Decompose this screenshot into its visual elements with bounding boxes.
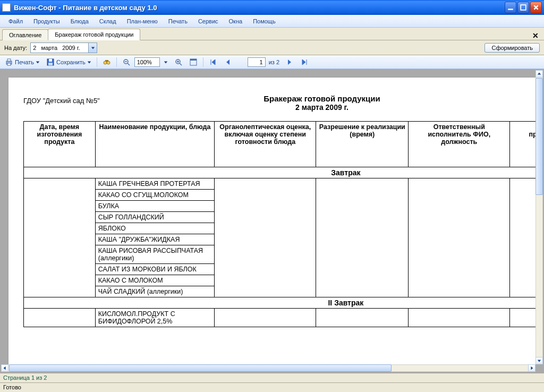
find-button[interactable] (100, 56, 114, 68)
tab-bar: Оглавление Бракераж готовой продукции ✕ (0, 28, 544, 40)
generate-button[interactable]: Сформировать (484, 43, 540, 53)
svg-line-15 (180, 63, 182, 65)
print-button[interactable]: Печать (2, 56, 42, 68)
window-titlebar: Вижен-Софт - Питание в детском саду 1.0 (0, 0, 544, 15)
date-dropdown-icon[interactable] (88, 43, 97, 53)
maximize-button[interactable] (517, 2, 529, 13)
menu-warehouse[interactable]: Склад (94, 16, 122, 26)
first-icon (209, 58, 217, 66)
menu-service[interactable]: Сервис (193, 16, 224, 26)
tab-brakerage[interactable]: Бракераж готовой продукции (48, 29, 140, 40)
zoom-in-button[interactable] (172, 56, 185, 68)
svg-line-12 (128, 63, 130, 65)
tab-toc[interactable]: Оглавление (2, 29, 48, 40)
page-of-label: из 2 (267, 59, 282, 65)
save-button[interactable]: Сохранить (44, 56, 94, 68)
window-title: Вижен-Софт - Питание в детском саду 1.0 (14, 4, 505, 12)
page-input[interactable] (248, 57, 266, 67)
binoculars-icon (103, 58, 111, 66)
fullscreen-button[interactable] (186, 56, 200, 68)
menu-planmenu[interactable]: План-меню (122, 16, 163, 26)
date-label: На дату: (4, 45, 27, 51)
floppy-icon (46, 58, 55, 66)
date-input[interactable] (31, 45, 88, 51)
zoom-out-icon (122, 58, 131, 66)
zoom-dropdown[interactable] (161, 58, 171, 66)
date-row: На дату: Сформировать (0, 40, 544, 55)
report-toolbar: Печать Сохранить из 2 (0, 55, 544, 69)
first-page-button[interactable] (206, 56, 220, 68)
last-icon (300, 58, 309, 66)
tabs-close-icon[interactable]: ✕ (529, 31, 542, 40)
svg-rect-7 (48, 63, 53, 65)
zoom-out-button[interactable] (120, 56, 133, 68)
menu-dishes[interactable]: Блюда (65, 16, 94, 26)
svg-rect-3 (7, 59, 11, 61)
svg-rect-1 (521, 5, 526, 10)
menu-windows[interactable]: Окна (224, 16, 248, 26)
svg-rect-6 (49, 59, 52, 62)
next-page-button[interactable] (283, 56, 296, 68)
menu-file[interactable]: Файл (3, 16, 28, 26)
printer-icon (5, 58, 13, 66)
prev-icon (224, 58, 232, 66)
svg-rect-10 (105, 60, 108, 62)
menu-bar: Файл Продукты Блюда Склад План-меню Печа… (0, 15, 544, 28)
menu-print[interactable]: Печать (163, 16, 193, 26)
svg-rect-19 (190, 59, 197, 61)
svg-rect-0 (508, 8, 513, 10)
zoom-in-icon (174, 58, 183, 66)
close-button[interactable] (530, 2, 542, 13)
prev-page-button[interactable] (221, 56, 235, 68)
menu-help[interactable]: Помощь (248, 16, 281, 26)
fullscreen-icon (189, 58, 198, 66)
next-icon (285, 58, 294, 66)
app-icon (2, 3, 11, 12)
last-page-button[interactable] (298, 56, 311, 68)
minimize-button[interactable] (505, 2, 516, 13)
date-picker[interactable] (30, 42, 97, 53)
zoom-combo[interactable] (134, 57, 160, 67)
svg-rect-4 (7, 63, 11, 65)
menu-products[interactable]: Продукты (28, 16, 65, 26)
